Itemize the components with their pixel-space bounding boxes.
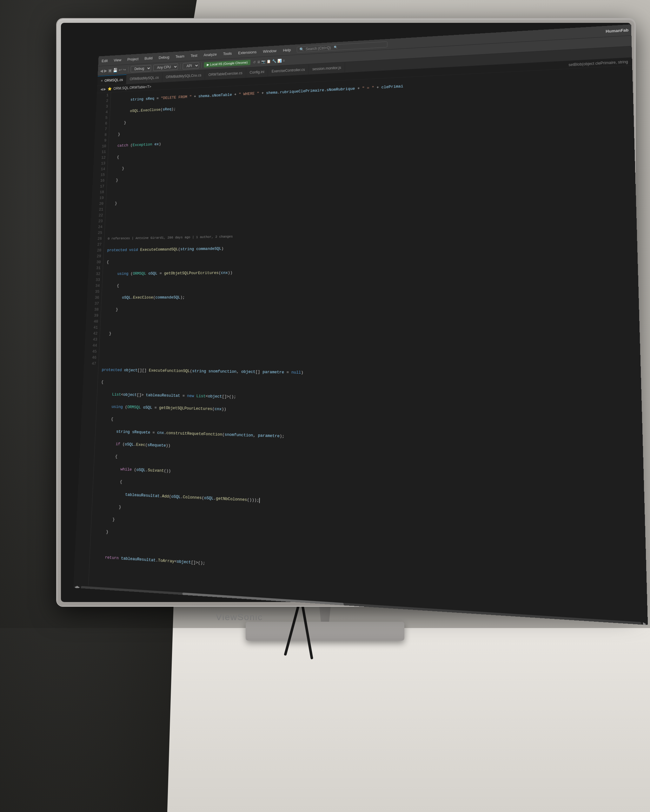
user-name: HumanFab bbox=[606, 27, 629, 34]
menu-analyze[interactable]: Analyze bbox=[202, 51, 218, 58]
menu-team[interactable]: Team bbox=[174, 53, 186, 59]
code-content[interactable]: string sReq = "DELETE FROM " + shema.sNo… bbox=[89, 66, 648, 621]
menu-extensions[interactable]: Extensions bbox=[237, 49, 258, 56]
search-icon: 🔍 bbox=[299, 47, 304, 51]
tab-sessionmonitor[interactable]: session.monitor.js bbox=[309, 63, 345, 75]
menu-window[interactable]: Window bbox=[262, 48, 278, 54]
tab-label: ExerciseController.cs bbox=[272, 67, 305, 73]
tab-label: ORMBddMySQLCnx.cs bbox=[166, 73, 201, 79]
scroll-right-arrow[interactable]: ▶ bbox=[77, 585, 80, 590]
menu-test[interactable]: Test bbox=[190, 53, 199, 59]
tab-label: session.monitor.js bbox=[312, 66, 341, 71]
toolbar-separator-3 bbox=[202, 62, 202, 68]
menu-edit[interactable]: Edit bbox=[100, 58, 109, 64]
tab-sass[interactable]: sass ✕ bbox=[101, 593, 115, 600]
cpu-dropdown[interactable]: Any CPU bbox=[153, 63, 178, 71]
code-area: 1 2 3 4 5 6 7 8 9 10 11 12 13 14 bbox=[73, 66, 648, 621]
scroll-end-arrow[interactable]: ▶ bbox=[643, 621, 647, 625]
editor-wrapper: 1 2 3 4 5 6 7 8 9 10 11 12 13 14 bbox=[73, 66, 648, 625]
tab-configini[interactable]: Config.ini bbox=[246, 67, 268, 78]
search-kbd: 🔍 bbox=[334, 46, 338, 49]
tab-label: ORMSQL.cs bbox=[104, 78, 123, 83]
tab-ormbddmysql[interactable]: ORMBddMySQL.cs bbox=[126, 73, 162, 84]
breadcrumb-separator-right: setBlob(object clePrimaire, string bbox=[569, 59, 628, 67]
menu-project[interactable]: Project bbox=[126, 56, 140, 62]
monitor-brand: ViewSonic bbox=[216, 612, 263, 622]
debug-dropdown[interactable]: Debug bbox=[131, 65, 151, 72]
tab-all-bindings[interactable]: All Bindings bbox=[75, 591, 99, 598]
monitor-bezel: Edit View Project Build Debug Team Test … bbox=[61, 23, 631, 602]
menu-help[interactable]: Help bbox=[282, 47, 292, 53]
toolbar-separator-2 bbox=[180, 63, 181, 69]
api-dropdown[interactable]: API bbox=[183, 62, 199, 69]
menu-build[interactable]: Build bbox=[144, 55, 154, 61]
menu-debug[interactable]: Debug bbox=[158, 54, 170, 60]
toolbar-icons: ◀ ▶ ▣ 💾 ↩ ↪ bbox=[100, 67, 126, 73]
tab-label: ORMTableExercise.cs bbox=[208, 71, 243, 77]
close-icon[interactable]: ✕ bbox=[101, 79, 103, 82]
run-button[interactable]: ▶ Local IIS (Google Chrome) bbox=[204, 60, 251, 67]
search-placeholder: Search (Ctrl+Q) bbox=[306, 45, 331, 51]
monitor-screen: Edit View Project Build Debug Team Test … bbox=[73, 24, 648, 625]
menu-view[interactable]: View bbox=[112, 57, 122, 63]
monitor-base bbox=[246, 622, 404, 641]
tab-ormsql[interactable]: ✕ ORMSQL.cs bbox=[97, 75, 127, 85]
toolbar-separator-1 bbox=[128, 66, 129, 72]
breadcrumb-icon: ⭐ bbox=[108, 87, 112, 91]
breadcrumb-path: ORM.SQL.ORMTable<T> bbox=[113, 85, 151, 91]
nav-arrows[interactable]: ◀ ▶ bbox=[100, 87, 106, 91]
menu-tools[interactable]: Tools bbox=[222, 50, 233, 56]
monitor-outer: Edit View Project Build Debug Team Test … bbox=[57, 19, 635, 606]
tab-label: Config.ini bbox=[249, 70, 264, 75]
run-icons: ↺ 🖥 📷 📋 🔧 📊 ≡ bbox=[253, 58, 285, 64]
tab-label: ORMBddMySQL.cs bbox=[130, 75, 159, 81]
